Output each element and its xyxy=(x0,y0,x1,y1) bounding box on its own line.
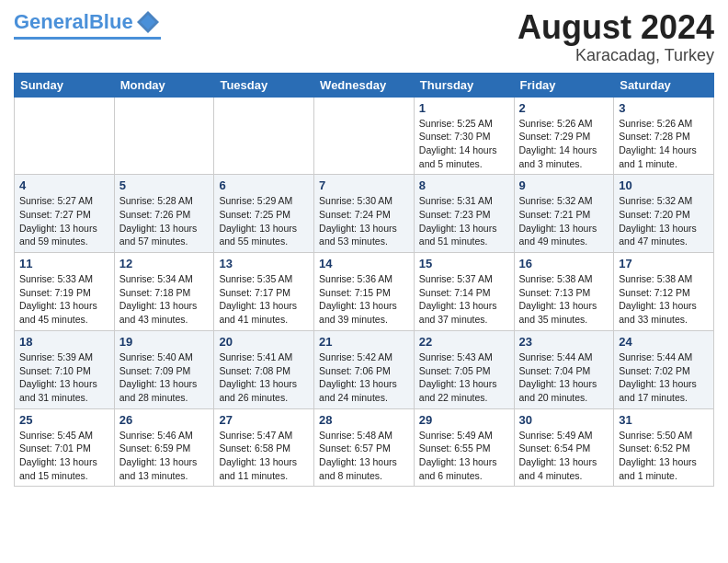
day-info: Sunrise: 5:50 AM Sunset: 6:52 PM Dayligh… xyxy=(619,429,709,483)
logo-underline xyxy=(14,37,161,40)
day-info: Sunrise: 5:36 AM Sunset: 7:15 PM Dayligh… xyxy=(319,272,409,327)
calendar-body: 1Sunrise: 5:25 AM Sunset: 7:30 PM Daylig… xyxy=(15,97,714,487)
day-number: 24 xyxy=(619,335,709,349)
calendar-cell xyxy=(15,97,115,175)
calendar-cell: 9Sunrise: 5:32 AM Sunset: 7:21 PM Daylig… xyxy=(514,175,614,253)
day-number: 12 xyxy=(119,257,210,270)
title-block: August 2024 Karacadag, Turkey xyxy=(518,9,714,65)
day-number: 30 xyxy=(519,413,609,427)
day-number: 3 xyxy=(619,101,709,115)
calendar-cell: 18Sunrise: 5:39 AM Sunset: 7:10 PM Dayli… xyxy=(15,330,115,408)
calendar-cell: 6Sunrise: 5:29 AM Sunset: 7:25 PM Daylig… xyxy=(214,175,314,253)
day-info: Sunrise: 5:38 AM Sunset: 7:13 PM Dayligh… xyxy=(519,272,609,327)
calendar-cell xyxy=(314,97,415,175)
weekday-header-cell: Wednesday xyxy=(314,73,415,97)
day-number: 18 xyxy=(19,335,109,349)
calendar-cell xyxy=(114,97,214,175)
calendar-cell: 12Sunrise: 5:34 AM Sunset: 7:18 PM Dayli… xyxy=(114,253,214,331)
logo-text: GeneralBlue xyxy=(14,12,133,32)
day-info: Sunrise: 5:46 AM Sunset: 6:59 PM Dayligh… xyxy=(119,429,210,483)
day-info: Sunrise: 5:48 AM Sunset: 6:57 PM Dayligh… xyxy=(319,429,409,483)
day-number: 22 xyxy=(419,335,509,349)
day-number: 31 xyxy=(619,413,709,427)
calendar-cell: 10Sunrise: 5:32 AM Sunset: 7:20 PM Dayli… xyxy=(614,175,714,253)
calendar-cell: 24Sunrise: 5:44 AM Sunset: 7:02 PM Dayli… xyxy=(614,330,714,408)
calendar-week-row: 25Sunrise: 5:45 AM Sunset: 7:01 PM Dayli… xyxy=(15,408,714,487)
calendar-cell: 16Sunrise: 5:38 AM Sunset: 7:13 PM Dayli… xyxy=(514,253,614,331)
day-info: Sunrise: 5:35 AM Sunset: 7:17 PM Dayligh… xyxy=(219,272,309,327)
day-info: Sunrise: 5:37 AM Sunset: 7:14 PM Dayligh… xyxy=(419,272,509,327)
day-info: Sunrise: 5:39 AM Sunset: 7:10 PM Dayligh… xyxy=(19,350,109,405)
day-info: Sunrise: 5:42 AM Sunset: 7:06 PM Dayligh… xyxy=(319,350,409,405)
calendar-week-row: 11Sunrise: 5:33 AM Sunset: 7:19 PM Dayli… xyxy=(15,253,714,331)
day-number: 13 xyxy=(219,257,309,270)
calendar-cell: 5Sunrise: 5:28 AM Sunset: 7:26 PM Daylig… xyxy=(114,175,214,253)
day-number: 16 xyxy=(519,257,609,270)
calendar-week-row: 18Sunrise: 5:39 AM Sunset: 7:10 PM Dayli… xyxy=(15,330,714,408)
day-info: Sunrise: 5:47 AM Sunset: 6:58 PM Dayligh… xyxy=(219,429,309,483)
day-number: 4 xyxy=(19,178,109,192)
day-info: Sunrise: 5:44 AM Sunset: 7:02 PM Dayligh… xyxy=(619,350,709,405)
day-number: 11 xyxy=(19,257,109,270)
calendar-cell: 22Sunrise: 5:43 AM Sunset: 7:05 PM Dayli… xyxy=(414,330,514,408)
day-info: Sunrise: 5:40 AM Sunset: 7:09 PM Dayligh… xyxy=(119,350,210,405)
weekday-header-cell: Sunday xyxy=(15,73,115,97)
calendar-cell: 13Sunrise: 5:35 AM Sunset: 7:17 PM Dayli… xyxy=(214,253,314,331)
location-title: Karacadag, Turkey xyxy=(518,46,714,65)
day-number: 26 xyxy=(119,413,210,427)
calendar-cell: 4Sunrise: 5:27 AM Sunset: 7:27 PM Daylig… xyxy=(15,175,115,253)
day-info: Sunrise: 5:49 AM Sunset: 6:55 PM Dayligh… xyxy=(419,429,509,483)
day-number: 5 xyxy=(119,178,210,192)
calendar-cell: 1Sunrise: 5:25 AM Sunset: 7:30 PM Daylig… xyxy=(414,97,514,175)
day-number: 10 xyxy=(619,178,709,192)
logo: GeneralBlue xyxy=(14,9,161,40)
calendar-cell xyxy=(214,97,314,175)
day-info: Sunrise: 5:32 AM Sunset: 7:21 PM Dayligh… xyxy=(519,194,609,248)
weekday-header-cell: Saturday xyxy=(614,73,714,97)
calendar-cell: 19Sunrise: 5:40 AM Sunset: 7:09 PM Dayli… xyxy=(114,330,214,408)
day-number: 14 xyxy=(319,257,409,270)
day-info: Sunrise: 5:43 AM Sunset: 7:05 PM Dayligh… xyxy=(419,350,509,405)
weekday-header-row: SundayMondayTuesdayWednesdayThursdayFrid… xyxy=(15,73,714,97)
calendar-cell: 31Sunrise: 5:50 AM Sunset: 6:52 PM Dayli… xyxy=(614,408,714,487)
day-number: 7 xyxy=(319,178,409,192)
calendar-week-row: 4Sunrise: 5:27 AM Sunset: 7:27 PM Daylig… xyxy=(15,175,714,253)
day-number: 1 xyxy=(419,101,509,115)
day-number: 9 xyxy=(519,178,609,192)
day-info: Sunrise: 5:32 AM Sunset: 7:20 PM Dayligh… xyxy=(619,194,709,248)
calendar-cell: 11Sunrise: 5:33 AM Sunset: 7:19 PM Dayli… xyxy=(15,253,115,331)
logo-icon xyxy=(135,9,161,35)
weekday-header-cell: Tuesday xyxy=(214,73,314,97)
day-number: 21 xyxy=(319,335,409,349)
day-number: 19 xyxy=(119,335,210,349)
calendar-cell: 23Sunrise: 5:44 AM Sunset: 7:04 PM Dayli… xyxy=(514,330,614,408)
weekday-header-cell: Friday xyxy=(514,73,614,97)
calendar-cell: 27Sunrise: 5:47 AM Sunset: 6:58 PM Dayli… xyxy=(214,408,314,487)
calendar-cell: 7Sunrise: 5:30 AM Sunset: 7:24 PM Daylig… xyxy=(314,175,415,253)
calendar-cell: 14Sunrise: 5:36 AM Sunset: 7:15 PM Dayli… xyxy=(314,253,415,331)
calendar-cell: 26Sunrise: 5:46 AM Sunset: 6:59 PM Dayli… xyxy=(114,408,214,487)
day-number: 15 xyxy=(419,257,509,270)
calendar-table: SundayMondayTuesdayWednesdayThursdayFrid… xyxy=(14,73,714,488)
day-number: 29 xyxy=(419,413,509,427)
day-number: 8 xyxy=(419,178,509,192)
day-number: 2 xyxy=(519,101,609,115)
day-info: Sunrise: 5:26 AM Sunset: 7:28 PM Dayligh… xyxy=(619,117,709,171)
day-info: Sunrise: 5:44 AM Sunset: 7:04 PM Dayligh… xyxy=(519,350,609,405)
page-header: GeneralBlue August 2024 Karacadag, Turke… xyxy=(14,9,714,65)
day-info: Sunrise: 5:34 AM Sunset: 7:18 PM Dayligh… xyxy=(119,272,210,327)
weekday-header-cell: Thursday xyxy=(414,73,514,97)
calendar-week-row: 1Sunrise: 5:25 AM Sunset: 7:30 PM Daylig… xyxy=(15,97,714,175)
day-info: Sunrise: 5:25 AM Sunset: 7:30 PM Dayligh… xyxy=(419,117,509,171)
day-info: Sunrise: 5:30 AM Sunset: 7:24 PM Dayligh… xyxy=(319,194,409,248)
day-number: 6 xyxy=(219,178,309,192)
day-info: Sunrise: 5:28 AM Sunset: 7:26 PM Dayligh… xyxy=(119,194,210,248)
day-number: 28 xyxy=(319,413,409,427)
day-info: Sunrise: 5:38 AM Sunset: 7:12 PM Dayligh… xyxy=(619,272,709,327)
calendar-cell: 3Sunrise: 5:26 AM Sunset: 7:28 PM Daylig… xyxy=(614,97,714,175)
calendar-cell: 21Sunrise: 5:42 AM Sunset: 7:06 PM Dayli… xyxy=(314,330,415,408)
day-info: Sunrise: 5:33 AM Sunset: 7:19 PM Dayligh… xyxy=(19,272,109,327)
weekday-header-cell: Monday xyxy=(114,73,214,97)
day-info: Sunrise: 5:45 AM Sunset: 7:01 PM Dayligh… xyxy=(19,429,109,483)
calendar-cell: 20Sunrise: 5:41 AM Sunset: 7:08 PM Dayli… xyxy=(214,330,314,408)
